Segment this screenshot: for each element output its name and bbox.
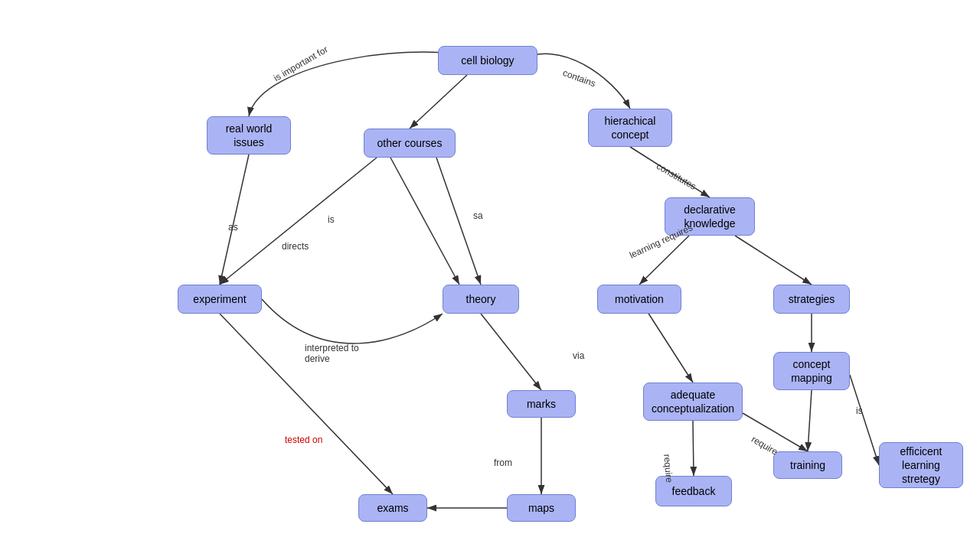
edge-label-7: constitutes — [655, 161, 698, 192]
node-marks: marks — [507, 390, 576, 418]
node-concept_mapping: concept mapping — [773, 352, 850, 390]
edge-label-3: as — [228, 222, 238, 233]
node-feedback: feedback — [655, 476, 732, 506]
node-experiment: experiment — [178, 285, 262, 314]
edge-label-20: is — [856, 405, 863, 416]
node-strategies: strategies — [773, 285, 850, 314]
node-real_world_issues: real world issues — [207, 116, 291, 155]
node-declarative_knowledge: declarative knowledge — [665, 197, 755, 236]
node-efficicent_learning: efficicent learning stretegy — [879, 442, 963, 488]
edge-label-4: is — [328, 214, 335, 225]
node-theory: theory — [443, 285, 519, 314]
edge-label-14: tested on — [285, 435, 322, 445]
edge-label-10: interpreted to derive — [305, 343, 359, 364]
node-training: training — [773, 451, 842, 479]
node-cell_biology: cell biology — [438, 46, 537, 75]
edge-label-15: from — [494, 457, 512, 468]
node-hierachical_concept: hierachical concept — [588, 109, 672, 147]
node-exams: exams — [358, 494, 427, 522]
node-maps: maps — [507, 494, 576, 522]
edge-label-6: sa — [473, 210, 483, 221]
edge-label-12: via — [573, 350, 584, 361]
edge-label-2: contains — [561, 67, 597, 89]
node-adequate_conceptualization: adequate conceptualization — [643, 383, 743, 421]
edge-label-5: directs — [282, 241, 309, 252]
node-other_courses: other courses — [364, 129, 456, 158]
edge-label-0: is important for — [272, 44, 330, 83]
node-motivation: motivation — [597, 285, 681, 314]
